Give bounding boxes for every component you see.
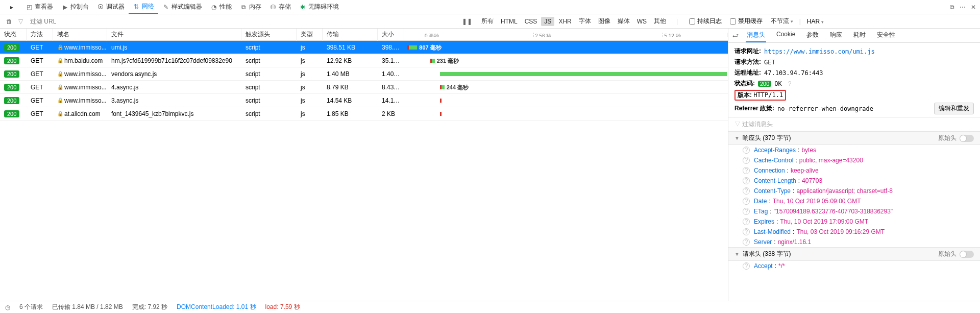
help-icon[interactable]: ? xyxy=(743,167,750,174)
tab-performance[interactable]: ◔性能 xyxy=(206,0,236,14)
help-icon[interactable]: ? xyxy=(743,147,750,154)
col-size[interactable]: 大小 xyxy=(378,29,404,41)
devtools-toolbar: ▸ ◰查看器▶控制台⦿调试器⇅网络✎样式编辑器◔性能⧉内存⛁存储✱无障碍环境 ⧉… xyxy=(0,0,980,14)
filter-types: 所有HTMLCSSJSXHR字体图像媒体WS其他 xyxy=(478,16,669,27)
raw-toggle-switch[interactable] xyxy=(960,135,974,142)
detail-tab-响应[interactable]: 响应 xyxy=(829,29,843,42)
status-load: load: 7.59 秒 xyxy=(265,303,300,311)
storage-icon: ⛁ xyxy=(270,4,277,11)
status-help-icon[interactable]: ? xyxy=(788,80,792,87)
col-method[interactable]: 方法 xyxy=(27,29,53,41)
help-icon[interactable]: ? xyxy=(743,187,750,195)
detail-body: 请求网址:https://www.immisso.com/umi.js 请求方法… xyxy=(728,43,980,301)
filter-url-input[interactable] xyxy=(27,16,456,27)
col-waterfall: 0 毫秒 2.56 秒 5.12 秒 xyxy=(404,33,728,37)
filter-type-字体[interactable]: 字体 xyxy=(576,16,594,27)
help-icon[interactable]: ? xyxy=(743,208,750,215)
disable-cache-checkbox[interactable]: 禁用缓存 xyxy=(730,17,763,26)
debugger-icon: ⦿ xyxy=(97,4,104,11)
table-row[interactable]: 200GET🔒www.immisso...umi.jsscriptjs398.5… xyxy=(0,41,728,54)
request-url-value: https://www.immisso.com/umi.js xyxy=(764,48,875,55)
inspector-icon: ◰ xyxy=(26,4,33,11)
table-row[interactable]: 200GET🔒www.immisso...4.async.jsscriptjs8… xyxy=(0,81,728,94)
raw-toggle-switch-2[interactable] xyxy=(960,251,974,258)
network-filter-bar: 🗑 ▽ ❚❚ 所有HTMLCSSJSXHR字体图像媒体WS其他 | 持续日志 禁… xyxy=(0,14,980,29)
filter-type-图像[interactable]: 图像 xyxy=(595,16,614,27)
referrer-value: no-referrer-when-downgrade xyxy=(777,105,873,112)
table-row[interactable]: 200GET🔒at.alicdn.comfont_1439645_kzb7blm… xyxy=(0,107,728,121)
edit-resend-button[interactable]: 编辑和重发 xyxy=(934,103,974,114)
throttle-select[interactable]: 不节流 xyxy=(771,17,793,26)
help-icon[interactable]: ? xyxy=(743,198,750,205)
style-icon: ✎ xyxy=(162,4,169,11)
detail-tab-安全性[interactable]: 安全性 xyxy=(876,29,896,42)
tick-1: 2.56 秒 xyxy=(533,33,551,37)
back-icon[interactable]: ⮐ xyxy=(732,32,739,39)
request-headers-section[interactable]: ▼请求头 (338 字节)原始头 xyxy=(728,247,980,261)
filter-type-XHR[interactable]: XHR xyxy=(555,17,574,26)
col-type[interactable]: 类型 xyxy=(297,29,323,41)
tab-accessibility[interactable]: ✱无障碍环境 xyxy=(295,0,343,14)
tab-console[interactable]: ▶控制台 xyxy=(57,0,93,14)
har-menu[interactable]: HAR xyxy=(807,18,824,25)
filter-type-HTML[interactable]: HTML xyxy=(498,17,521,26)
col-status[interactable]: 状态 xyxy=(0,29,27,41)
detail-tab-耗时[interactable]: 耗时 xyxy=(852,29,867,42)
help-icon[interactable]: ? xyxy=(743,177,750,184)
request-table: 状态 方法 域名 文件 触发源头 类型 传输 大小 0 毫秒 2.56 秒 5.… xyxy=(0,29,728,301)
remote-address-row: 远程地址:47.103.94.76:443 xyxy=(728,67,980,78)
table-row[interactable]: 200GET🔒hm.baidu.comhm.js?cfd619999b71c16… xyxy=(0,54,728,67)
help-icon[interactable]: ? xyxy=(743,238,750,246)
main-area: 状态 方法 域名 文件 触发源头 类型 传输 大小 0 毫秒 2.56 秒 5.… xyxy=(0,29,980,301)
col-initiator[interactable]: 触发源头 xyxy=(241,29,297,41)
help-icon[interactable]: ? xyxy=(743,228,750,235)
table-row[interactable]: 200GET🔒www.immisso...3.async.jsscriptjs1… xyxy=(0,94,728,107)
filter-type-媒体[interactable]: 媒体 xyxy=(615,16,633,27)
tab-inspector[interactable]: ◰查看器 xyxy=(21,0,57,14)
more-icon[interactable]: ⋯ xyxy=(960,4,966,11)
tab-network[interactable]: ⇅网络 xyxy=(129,0,158,14)
detail-tab-参数[interactable]: 参数 xyxy=(805,29,820,42)
filter-type-所有[interactable]: 所有 xyxy=(478,16,497,27)
tab-style[interactable]: ✎样式编辑器 xyxy=(158,0,206,14)
close-icon[interactable]: ✕ xyxy=(971,4,976,11)
persist-logs-checkbox[interactable]: 持续日志 xyxy=(689,17,722,26)
status-dcl: DOMContentLoaded: 1.01 秒 xyxy=(177,303,256,311)
memory-icon: ⧉ xyxy=(240,4,247,11)
filter-type-CSS[interactable]: CSS xyxy=(522,17,541,26)
col-transfer[interactable]: 传输 xyxy=(323,29,378,41)
filter-type-WS[interactable]: WS xyxy=(634,17,650,26)
lock-icon: 🔒 xyxy=(57,58,63,63)
table-row[interactable]: 200GET🔒www.immisso...vendors.async.jsscr… xyxy=(0,67,728,81)
version-row: 版本: HTTP/1.1 xyxy=(728,89,980,102)
detail-tab-消息头[interactable]: 消息头 xyxy=(746,29,766,42)
help-icon[interactable]: ? xyxy=(743,218,750,225)
tab-memory[interactable]: ⧉内存 xyxy=(236,0,265,14)
status-requests: 6 个请求 xyxy=(19,303,43,311)
table-header-row: 状态 方法 域名 文件 触发源头 类型 传输 大小 0 毫秒 2.56 秒 5.… xyxy=(0,29,728,41)
col-file[interactable]: 文件 xyxy=(107,29,241,41)
pause-icon[interactable]: ❚❚ xyxy=(460,17,474,26)
col-domain[interactable]: 域名 xyxy=(53,29,107,41)
request-method-row: 请求方法:GET xyxy=(728,57,980,67)
tab-debugger[interactable]: ⦿调试器 xyxy=(93,0,129,14)
filter-type-其他[interactable]: 其他 xyxy=(651,16,669,27)
response-header-item: ?Content-Length: 407703 xyxy=(728,176,980,186)
lock-icon: 🔒 xyxy=(57,44,63,50)
response-header-item: ?Connection: keep-alive xyxy=(728,165,980,176)
response-header-item: ?Last-Modified: Thu, 03 Oct 2019 09:16:2… xyxy=(728,227,980,237)
filter-type-JS[interactable]: JS xyxy=(541,17,554,26)
help-icon[interactable]: ? xyxy=(743,157,750,164)
request-header-item: ?Accept: */* xyxy=(728,261,980,271)
filter-headers-input[interactable]: ▽ 过滤消息头 xyxy=(728,117,980,131)
network-icon: ⇅ xyxy=(133,3,140,10)
detail-tab-Cookie[interactable]: Cookie xyxy=(775,29,796,42)
toolbar-split-icon[interactable]: ▸ xyxy=(4,2,19,13)
reload-icon[interactable]: ◷ xyxy=(5,304,10,311)
responsive-icon[interactable]: ⧉ xyxy=(950,4,954,11)
status-finish: 完成: 7.92 秒 xyxy=(132,303,167,311)
response-headers-section[interactable]: ▼响应头 (370 字节)原始头 xyxy=(728,131,980,145)
tab-storage[interactable]: ⛁存储 xyxy=(265,0,295,14)
clear-icon[interactable]: 🗑 xyxy=(4,17,14,26)
help-icon[interactable]: ? xyxy=(743,262,750,270)
